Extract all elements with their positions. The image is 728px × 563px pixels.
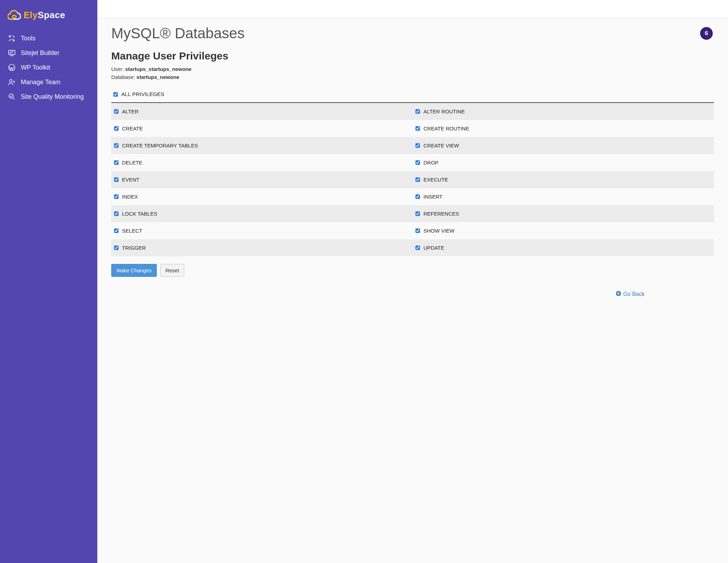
privilege-checkbox[interactable] — [415, 246, 420, 250]
privilege-checkbox[interactable] — [114, 160, 119, 165]
privilege-checkbox[interactable] — [114, 228, 119, 233]
go-back-link[interactable]: Go Back — [616, 291, 645, 298]
notification-count-badge[interactable]: 6 — [700, 27, 713, 40]
privilege-label[interactable]: REFERENCES — [423, 211, 459, 217]
privilege-label[interactable]: EXECUTE — [423, 177, 448, 183]
privilege-checkbox[interactable] — [415, 211, 420, 216]
privilege-cell: REFERENCES — [413, 205, 714, 222]
privilege-label[interactable]: CREATE TEMPORARY TABLES — [122, 143, 198, 148]
database-line: Database: startups_newone — [111, 74, 714, 80]
privilege-label[interactable]: INDEX — [122, 194, 138, 200]
make-changes-button[interactable]: Make Changes — [111, 264, 157, 277]
privilege-checkbox[interactable] — [415, 177, 420, 182]
all-privileges-label[interactable]: ALL PRIVILEGES — [121, 91, 164, 97]
privilege-label[interactable]: TRIGGER — [122, 245, 146, 251]
privilege-row: TRIGGERUPDATE — [111, 239, 714, 256]
sidebar-item-wp-toolkit[interactable]: WP Toolkit — [0, 60, 97, 75]
privileges-table: ALTERALTER ROUTINECREATECREATE ROUTINECR… — [111, 103, 714, 256]
privilege-cell: EVENT — [111, 171, 413, 188]
privilege-label[interactable]: EVENT — [122, 177, 139, 183]
privilege-row: ALTERALTER ROUTINE — [111, 103, 714, 120]
privilege-checkbox[interactable] — [114, 109, 119, 114]
cloud-link-icon — [8, 10, 21, 21]
privilege-cell: DROP — [413, 154, 714, 171]
database-label: Database: — [111, 74, 137, 80]
team-icon — [8, 78, 16, 86]
all-privileges-checkbox[interactable] — [113, 92, 118, 97]
privileges-area: ALL PRIVILEGES ALTERALTER ROUTINECREATEC… — [111, 88, 714, 256]
privilege-label[interactable]: CREATE ROUTINE — [423, 126, 469, 131]
wordpress-icon — [8, 64, 16, 71]
privilege-cell: ALTER — [111, 103, 413, 120]
privilege-row: EVENTEXECUTE — [111, 171, 714, 188]
tools-icon — [8, 34, 16, 42]
privilege-checkbox[interactable] — [415, 194, 420, 199]
sidebar-item-manage-team[interactable]: Manage Team — [0, 75, 97, 89]
sidebar-nav: Tools Sitejet Builder WP Toolkit Manage … — [0, 31, 97, 104]
sidebar-item-tools[interactable]: Tools — [0, 31, 97, 46]
privilege-label[interactable]: SHOW VIEW — [423, 228, 454, 234]
sidebar-item-site-quality[interactable]: Site Quality Monitoring — [0, 89, 97, 104]
brand-name-part2: Space — [38, 10, 65, 20]
privilege-row: CREATE TEMPORARY TABLESCREATE VIEW — [111, 137, 714, 154]
monitor-icon — [8, 49, 16, 57]
sidebar-item-label: Tools — [21, 35, 35, 42]
user-value: startups_startups_newone — [125, 66, 192, 72]
privilege-row: INDEXINSERT — [111, 188, 714, 205]
privilege-label[interactable]: SELECT — [122, 228, 142, 234]
privilege-label[interactable]: ALTER — [122, 108, 138, 114]
privilege-checkbox[interactable] — [415, 109, 420, 114]
section-title: Manage User Privileges — [111, 50, 714, 62]
privilege-cell: CREATE TEMPORARY TABLES — [111, 137, 413, 154]
brand-logo[interactable]: ElySpace — [0, 10, 97, 31]
privilege-cell: SHOW VIEW — [413, 222, 714, 239]
content: MySQL® Databases 6 Manage User Privilege… — [97, 18, 728, 563]
page-title: MySQL® Databases — [111, 25, 244, 42]
privilege-cell: UPDATE — [413, 239, 714, 256]
sidebar: ElySpace Tools Sitejet Builder WP Toolki… — [0, 0, 97, 563]
privilege-cell: TRIGGER — [111, 239, 413, 256]
privilege-label[interactable]: LOCK TABLES — [122, 211, 157, 217]
sidebar-item-sitejet[interactable]: Sitejet Builder — [0, 46, 97, 60]
privilege-checkbox[interactable] — [114, 177, 119, 182]
privilege-checkbox[interactable] — [415, 143, 420, 148]
privilege-cell: CREATE — [111, 120, 413, 137]
privilege-cell: ALTER ROUTINE — [413, 103, 714, 120]
privilege-label[interactable]: DROP — [423, 160, 438, 166]
privilege-cell: LOCK TABLES — [111, 205, 413, 222]
privilege-label[interactable]: CREATE VIEW — [423, 143, 459, 148]
privilege-checkbox[interactable] — [415, 126, 420, 131]
privilege-label[interactable]: CREATE — [122, 126, 143, 131]
privilege-cell: DELETE — [111, 154, 413, 171]
privilege-checkbox[interactable] — [114, 143, 119, 148]
actions-row: Make Changes Reset — [111, 264, 714, 277]
svg-point-3 — [10, 80, 12, 82]
privilege-label[interactable]: UPDATE — [423, 245, 444, 251]
privilege-checkbox[interactable] — [415, 160, 420, 165]
privilege-label[interactable]: ALTER ROUTINE — [423, 108, 465, 114]
privilege-checkbox[interactable] — [114, 211, 119, 216]
sidebar-item-label: Sitejet Builder — [21, 49, 59, 57]
privilege-cell: INDEX — [111, 188, 413, 205]
privilege-cell: SELECT — [111, 222, 413, 239]
privilege-cell: INSERT — [413, 188, 714, 205]
privilege-row: DELETEDROP — [111, 154, 714, 171]
privilege-label[interactable]: DELETE — [122, 160, 142, 166]
privilege-cell: CREATE ROUTINE — [413, 120, 714, 137]
privilege-checkbox[interactable] — [114, 194, 119, 199]
topbar — [97, 0, 728, 18]
privilege-cell: CREATE VIEW — [413, 137, 714, 154]
brand-name-part1: Ely — [24, 10, 38, 20]
reset-button[interactable]: Reset — [160, 264, 184, 277]
main-area: MySQL® Databases 6 Manage User Privilege… — [97, 0, 728, 563]
privilege-checkbox[interactable] — [415, 228, 420, 233]
privilege-checkbox[interactable] — [114, 246, 119, 250]
arrow-left-circle-icon — [616, 291, 621, 298]
database-value: startups_newone — [137, 74, 179, 80]
privilege-label[interactable]: INSERT — [423, 194, 443, 200]
privilege-checkbox[interactable] — [114, 126, 119, 131]
magnify-check-icon — [8, 93, 16, 100]
go-back-label: Go Back — [623, 291, 645, 297]
user-label: User: — [111, 66, 125, 72]
sidebar-item-label: WP Toolkit — [21, 64, 50, 71]
